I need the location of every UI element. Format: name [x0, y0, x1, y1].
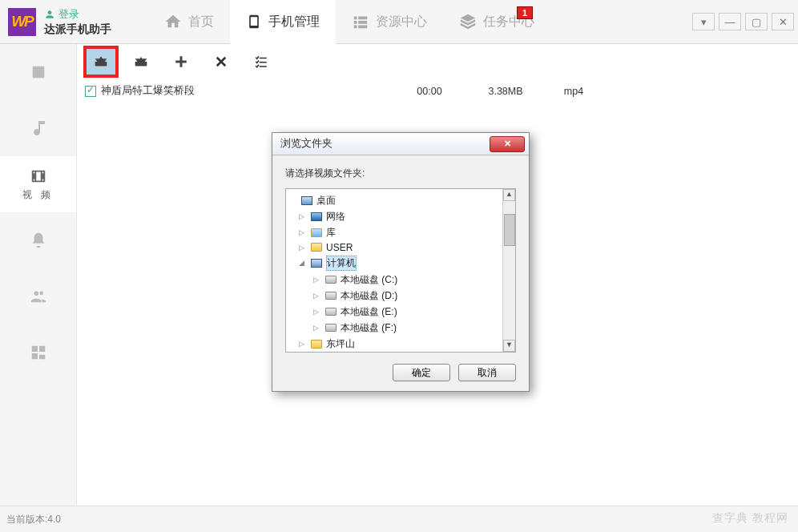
tree-node-drive-c[interactable]: ▷本地磁盘 (C:) [288, 272, 514, 288]
close-button[interactable]: ✕ [772, 13, 794, 30]
login-link[interactable]: 登录 [44, 7, 148, 22]
scroll-down-icon[interactable]: ▼ [503, 340, 515, 352]
scroll-thumb[interactable] [504, 214, 515, 246]
ok-button[interactable]: 确定 [393, 364, 450, 381]
x-icon [214, 54, 228, 69]
tab-phone[interactable]: 手机管理 [230, 0, 336, 44]
toolbar [77, 44, 798, 79]
checklist-icon [252, 54, 270, 69]
plus-icon [174, 54, 188, 69]
tree-label: 计算机 [326, 256, 357, 271]
tab-label: 手机管理 [268, 14, 320, 30]
sidebar-item-contacts[interactable] [0, 268, 76, 324]
tree-node-folder[interactable]: ▷东坪山 [288, 336, 514, 352]
sidebar: 视 频 [0, 44, 77, 506]
login-area: 登录 达派手机助手 [44, 7, 148, 37]
task-badge: 1 [517, 6, 533, 19]
bell-icon [30, 231, 47, 250]
tab-tasks[interactable]: 任务中心 1 [443, 0, 550, 44]
image-icon [28, 63, 49, 81]
tree-label: 网络 [326, 210, 345, 224]
row-name: 神盾局特工爆笑桥段 [101, 84, 389, 98]
scroll-up-icon[interactable]: ▲ [503, 189, 515, 201]
dialog-close-button[interactable]: ✕ [490, 136, 525, 152]
row-size: 3.38MB [470, 86, 542, 97]
stack-icon [459, 13, 477, 30]
app-header: WP 登录 达派手机助手 首页 手机管理 资源中心 任务中心 1 ▾ — ▢ ✕ [0, 0, 798, 44]
row-checkbox[interactable] [85, 86, 96, 97]
tree-label: USER [326, 242, 353, 253]
tab-label: 首页 [188, 14, 214, 30]
sidebar-item-bell[interactable] [0, 212, 76, 268]
version-label: 当前版本:4.0 [6, 513, 61, 526]
tree-label: 东坪山 [326, 337, 355, 351]
tree-label: 本地磁盘 (E:) [341, 305, 397, 319]
browse-folder-dialog: 浏览文件夹 ✕ 请选择视频文件夹: 桌面 ▷网络 ▷库 ▷USER ◢计算机 ▷… [272, 132, 530, 392]
export-button[interactable] [123, 46, 159, 78]
add-button[interactable] [163, 46, 199, 78]
cancel-button[interactable]: 取消 [458, 364, 516, 381]
row-format: mp4 [542, 86, 606, 97]
app-logo: WP [8, 8, 36, 36]
maximize-button[interactable]: ▢ [745, 13, 768, 30]
sidebar-label: 视 频 [22, 188, 54, 202]
home-icon [164, 13, 182, 30]
tab-resources[interactable]: 资源中心 [336, 0, 443, 44]
tree-label: 库 [326, 226, 336, 240]
folder-tree[interactable]: 桌面 ▷网络 ▷库 ▷USER ◢计算机 ▷本地磁盘 (C:) ▷本地磁盘 (D… [285, 188, 516, 353]
select-all-button[interactable] [244, 46, 279, 78]
tree-node-library[interactable]: ▷库 [288, 224, 514, 240]
people-icon [29, 288, 48, 305]
list-item[interactable]: 神盾局特工爆笑桥段 00:00 3.38MB mp4 [80, 81, 798, 101]
window-controls: ▾ — ▢ ✕ [688, 13, 798, 30]
header-tabs: 首页 手机管理 资源中心 任务中心 1 [148, 0, 550, 44]
video-list: 神盾局特工爆笑桥段 00:00 3.38MB mp4 [77, 79, 798, 101]
import-icon [91, 53, 111, 71]
tab-label: 资源中心 [376, 14, 427, 30]
dialog-buttons: 确定 取消 [285, 364, 516, 381]
tab-home[interactable]: 首页 [148, 0, 230, 44]
login-label: 登录 [58, 7, 79, 22]
sidebar-item-video[interactable]: 视 频 [0, 156, 76, 212]
music-icon [29, 119, 48, 138]
tree-node-folder[interactable]: 新建 [288, 352, 514, 353]
tree-node-desktop[interactable]: 桌面 [288, 192, 514, 208]
app-name: 达派手机助手 [44, 22, 148, 37]
import-button[interactable] [83, 46, 119, 78]
dialog-title: 浏览文件夹 [280, 137, 332, 151]
tiles-icon [30, 344, 47, 361]
tree-node-user[interactable]: ▷USER [288, 240, 514, 254]
sidebar-item-images[interactable] [0, 44, 76, 100]
delete-button[interactable] [204, 46, 239, 78]
tree-node-drive-e[interactable]: ▷本地磁盘 (E:) [288, 304, 514, 320]
dropdown-button[interactable]: ▾ [692, 13, 715, 30]
watermark: 查字典 教程网 [712, 511, 788, 526]
video-icon [28, 167, 49, 185]
tree-label: 本地磁盘 (C:) [341, 273, 397, 287]
tree-node-network[interactable]: ▷网络 [288, 208, 514, 224]
export-icon [131, 53, 151, 71]
dialog-titlebar[interactable]: 浏览文件夹 ✕ [272, 133, 529, 155]
sidebar-item-music[interactable] [0, 100, 76, 156]
status-bar: 当前版本:4.0 [0, 506, 798, 532]
minimize-button[interactable]: — [719, 13, 741, 30]
tree-scrollbar[interactable]: ▲ ▼ [502, 189, 515, 352]
tree-node-drive-d[interactable]: ▷本地磁盘 (D:) [288, 288, 514, 304]
tree-label: 本地磁盘 (D:) [341, 289, 397, 303]
tree-node-computer[interactable]: ◢计算机 [288, 254, 514, 272]
row-duration: 00:00 [389, 86, 470, 97]
user-icon [44, 9, 55, 20]
dialog-prompt: 请选择视频文件夹: [285, 167, 516, 180]
dialog-body: 请选择视频文件夹: 桌面 ▷网络 ▷库 ▷USER ◢计算机 ▷本地磁盘 (C:… [272, 155, 529, 391]
sidebar-item-apps[interactable] [0, 324, 76, 381]
tree-label: 本地磁盘 (F:) [341, 321, 397, 335]
grid-icon [352, 13, 369, 30]
tree-label: 桌面 [316, 194, 336, 208]
tree-node-drive-f[interactable]: ▷本地磁盘 (F:) [288, 320, 514, 336]
phone-icon [246, 11, 262, 32]
